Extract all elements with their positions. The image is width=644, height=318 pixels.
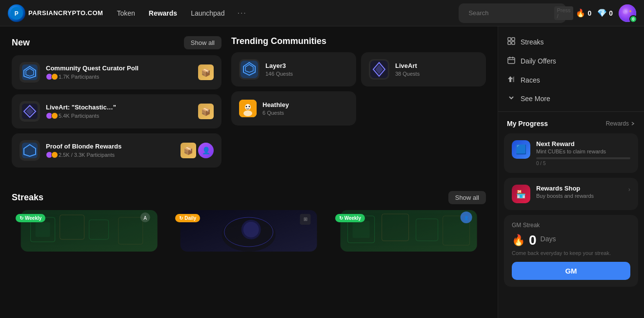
svg-rect-50 [512, 42, 515, 44]
streaks-section-header: Streaks Show all [12, 191, 486, 204]
daily-offers-icon [507, 56, 516, 65]
rewards-shop-card[interactable]: 🏪 Rewards Shop Buy boosts and rewards › [504, 178, 638, 210]
participant-avatars [46, 73, 57, 80]
quest-meta-community: 1.7K Participants [46, 73, 192, 80]
gm-button[interactable]: GM [512, 262, 630, 280]
community-name-heathley: Heathley [262, 101, 348, 108]
quest-info-community: Community Quest Curator Poll 1.7K Partic… [46, 64, 192, 80]
trending-card-liveart[interactable]: LiveArt 38 Quests [361, 52, 486, 86]
next-reward-title: Next Reward [536, 140, 630, 148]
quest-card-blonde-rewards[interactable]: Proof of Blonde Rewards 2.5K / 3.3K Part… [12, 133, 221, 168]
sidebar-item-label-streaks: Streaks [521, 38, 635, 46]
svg-point-3 [623, 11, 626, 14]
streaks-section: Streaks Show all [12, 191, 486, 252]
quest-info-liveart-s: LiveArt: "Stochastic…" 5.4K Participants [46, 104, 192, 119]
quest-participants: 1.7K Participants [59, 74, 99, 80]
nav-right: 🔥 0 💎 0 [576, 4, 636, 22]
gm-days-label: Days [541, 235, 556, 243]
my-progress-rewards-link[interactable]: Rewards [606, 120, 635, 127]
races-icon [507, 75, 516, 85]
main-layout: New Show all Comm [0, 26, 644, 318]
streaks-section-title: Streaks [12, 192, 43, 203]
svg-text:A: A [143, 215, 147, 221]
search-bar[interactable]: Press / [459, 3, 566, 23]
chevron-right-shop-icon: › [628, 186, 630, 193]
quest-name-liveart-s: LiveArt: "Stochastic…" [46, 104, 192, 111]
svg-text:⊞: ⊞ [303, 216, 307, 222]
streaks-show-all-button[interactable]: Show all [448, 191, 486, 204]
user-avatar-wrap[interactable]: 0 [619, 4, 636, 22]
quest-name-community: Community Quest Curator Poll [46, 64, 192, 72]
gm-streak-number: 0 [529, 233, 537, 248]
gm-streak-subtitle: Come back everyday to keep your streak. [512, 250, 630, 256]
fire-icon: 🔥 [576, 8, 585, 18]
sidebar-item-streaks[interactable]: Streaks [498, 32, 644, 51]
svg-rect-41 [352, 221, 369, 238]
my-progress-title: My Progress [507, 120, 548, 127]
svg-text:👤: 👤 [463, 215, 468, 220]
svg-rect-49 [508, 42, 511, 44]
quest-reward-box-3a: 📦 [181, 143, 196, 158]
community-logo-heathley [239, 100, 257, 117]
svg-text:🏪: 🏪 [516, 190, 526, 199]
streak-card-2[interactable]: ⊞ ↻ Daily [171, 210, 326, 252]
nav-links: Token Rewards Launchpad ··· [111, 6, 251, 21]
trending-card-heathley[interactable]: Heathley 6 Quests [231, 91, 356, 126]
new-and-trending: New Show all Comm [12, 36, 486, 179]
quest-card-community-poll[interactable]: Community Quest Curator Poll 1.7K Partic… [12, 55, 221, 89]
svg-rect-47 [508, 38, 511, 41]
gm-streak-card: GM Streak 🔥 0 Days Come back everyday to… [504, 215, 638, 287]
quest-logo-blonde [20, 140, 40, 161]
new-show-all-button[interactable]: Show all [184, 36, 221, 49]
quest-card-liveart-stochastic[interactable]: LiveArt: "Stochastic…" 5.4K Participants… [12, 94, 221, 128]
community-logo-layer3 [239, 59, 260, 80]
top-navigation: P PARSIANCRYPTO.COM Token Rewards Launch… [0, 0, 644, 26]
community-quests-heathley: 6 Quests [262, 110, 348, 116]
logo-icon: P [8, 4, 25, 22]
quest-participants-2: 5.4K Participants [59, 113, 99, 119]
crystal-badge: 💎 0 [597, 8, 613, 18]
chevron-right-icon [630, 121, 635, 126]
next-reward-card[interactable]: 🟦 Next Reward Mint CUBEs to claim reward… [504, 133, 638, 173]
quest-reward-box: 📦 [198, 64, 214, 80]
participant-avatars-2 [46, 112, 57, 119]
nav-rewards[interactable]: Rewards [143, 6, 183, 20]
community-logo-liveart [369, 59, 389, 80]
quest-participants-3: 2.5K / 3.3K Participants [59, 152, 115, 158]
trending-section-header: Trending Communities [231, 36, 486, 46]
sidebar-item-races[interactable]: Races [498, 70, 644, 89]
gm-fire-icon: 🔥 [512, 234, 525, 247]
streak-card-3[interactable]: 👤 ↻ Weekly [331, 210, 486, 252]
search-input[interactable] [468, 9, 550, 17]
sidebar-item-label-see-more: See More [521, 95, 635, 103]
svg-point-4 [629, 10, 631, 12]
avatar-dot [51, 112, 58, 119]
streaks-icon [507, 37, 516, 46]
trending-card-layer3[interactable]: Layer3 146 Quests [231, 52, 356, 86]
gm-streak-count-row: 🔥 0 Days [512, 233, 630, 248]
svg-point-21 [243, 110, 252, 116]
new-cards: Community Quest Curator Poll 1.7K Partic… [12, 55, 221, 168]
new-section-header: New Show all [12, 36, 221, 49]
community-info-heathley: Heathley 6 Quests [262, 101, 348, 116]
trending-section-title: Trending Communities [231, 36, 326, 46]
site-logo[interactable]: P PARSIANCRYPTO.COM [8, 4, 103, 22]
rewards-shop-title: Rewards Shop [536, 185, 623, 192]
quest-reward-multi: 📦 👤 [181, 143, 214, 158]
right-sidebar: Streaks Daily Offers Races [498, 26, 644, 318]
next-reward-info: Next Reward Mint CUBEs to claim rewards … [536, 140, 630, 166]
nav-more[interactable]: ··· [232, 6, 251, 21]
streak-card-1[interactable]: A ↻ Weekly [12, 210, 166, 252]
sidebar-item-daily-offers[interactable]: Daily Offers [498, 51, 644, 70]
rewards-shop-info: Rewards Shop Buy boosts and rewards [536, 185, 623, 202]
new-section-title: New [12, 38, 30, 48]
participant-avatars-3 [46, 151, 57, 158]
cube-icon: 🟦 [512, 140, 530, 159]
nav-launchpad[interactable]: Launchpad [185, 6, 230, 20]
community-name-layer3: Layer3 [265, 62, 348, 69]
gm-streak-label: GM Streak [512, 222, 630, 229]
sidebar-item-see-more[interactable]: See More [498, 89, 644, 107]
nav-token[interactable]: Token [111, 6, 141, 20]
my-progress-link-label: Rewards [606, 120, 629, 127]
content-area: New Show all Comm [0, 26, 498, 318]
